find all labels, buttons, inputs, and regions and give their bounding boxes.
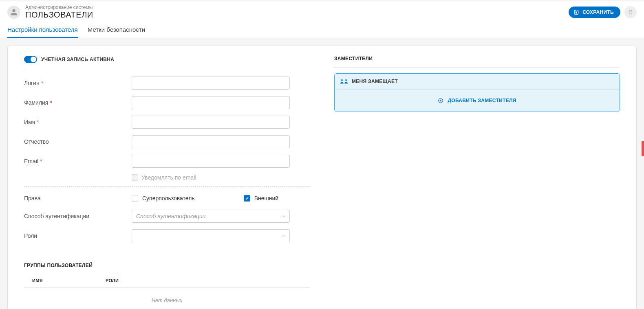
tab-security-labels[interactable]: Метки безопасности — [88, 22, 145, 38]
superuser-checkbox[interactable] — [132, 195, 138, 202]
email-label: Email* — [24, 158, 132, 164]
trash-icon — [628, 9, 633, 15]
error-indicator-strip[interactable] — [642, 141, 644, 156]
external-checkbox[interactable] — [244, 195, 250, 202]
login-input[interactable] — [132, 77, 290, 90]
form-card: УЧЕТНАЯ ЗАПИСЬ АКТИВНА Логин* Фамилия* И… — [7, 46, 637, 309]
auth-method-label: Способ аутентификации — [24, 213, 132, 219]
groups-col-roles: РОЛИ — [106, 278, 310, 283]
superuser-label: Суперпользователь — [142, 195, 195, 202]
swap-users-icon — [340, 79, 348, 84]
avatar — [7, 6, 20, 19]
lastname-input[interactable] — [132, 96, 290, 109]
auth-method-select[interactable]: Способ аутентификации — [132, 210, 290, 223]
groups-col-name: ИМЯ — [24, 278, 106, 283]
breadcrumb: Администрирование системы — [25, 4, 564, 10]
firstname-input[interactable] — [132, 116, 290, 129]
middlename-label: Отчество — [24, 138, 132, 145]
divider — [334, 67, 620, 68]
auth-method-placeholder: Способ аутентификации — [136, 213, 206, 219]
chevron-down-icon — [281, 233, 286, 238]
substitutes-panel: МЕНЯ ЗАМЕЩАЕТ ДОБАВИТЬ ЗАМЕСТИТЕЛЯ — [334, 73, 620, 112]
login-label: Логин* — [24, 80, 132, 86]
tabs: Настройки пользователя Метки безопасност… — [0, 22, 644, 38]
add-substitute-button[interactable]: ДОБАВИТЬ ЗАМЕСТИТЕЛЯ — [438, 98, 516, 103]
notify-email-checkbox — [132, 174, 138, 181]
svg-point-1 — [341, 79, 343, 81]
middlename-input[interactable] — [132, 135, 290, 148]
account-active-label: УЧЕТНАЯ ЗАПИСЬ АКТИВНА — [41, 57, 114, 62]
save-icon — [573, 9, 579, 15]
roles-label: Роли — [24, 232, 132, 239]
email-input[interactable] — [132, 155, 290, 168]
replaces-me-label: МЕНЯ ЗАМЕЩАЕТ — [352, 79, 398, 84]
chevron-down-icon — [281, 214, 286, 219]
external-label: Внешний — [254, 195, 278, 202]
plus-circle-icon — [438, 98, 443, 103]
notify-email-label: Уведомлять по email — [141, 174, 196, 181]
lastname-label: Фамилия* — [24, 99, 132, 106]
dashed-divider — [24, 186, 310, 187]
groups-table: ИМЯ РОЛИ Нет данных — [24, 274, 310, 309]
account-active-toggle[interactable] — [24, 56, 37, 63]
page-title: ПОЛЬЗОВАТЕЛИ — [25, 10, 564, 20]
save-button[interactable]: СОХРАНИТЬ — [569, 7, 620, 18]
rights-label: Права — [24, 195, 132, 202]
svg-point-2 — [345, 79, 347, 81]
check-icon — [245, 196, 249, 200]
user-icon — [10, 9, 18, 16]
divider — [24, 69, 310, 69]
roles-select[interactable] — [132, 229, 290, 242]
groups-title: ГРУППЫ ПОЛЬЗОВАТЕЛЕЙ — [24, 263, 310, 268]
tab-user-settings[interactable]: Настройки пользователя — [7, 22, 78, 38]
substitutes-title: ЗАМЕСТИТЕЛИ — [334, 56, 620, 61]
add-substitute-label: ДОБАВИТЬ ЗАМЕСТИТЕЛЯ — [448, 98, 516, 103]
page-header: Администрирование системы ПОЛЬЗОВАТЕЛИ С… — [0, 0, 644, 22]
groups-empty: Нет данных — [24, 287, 310, 309]
delete-button[interactable] — [624, 6, 637, 18]
save-button-label: СОХРАНИТЬ — [582, 9, 614, 15]
firstname-label: Имя* — [24, 119, 132, 125]
